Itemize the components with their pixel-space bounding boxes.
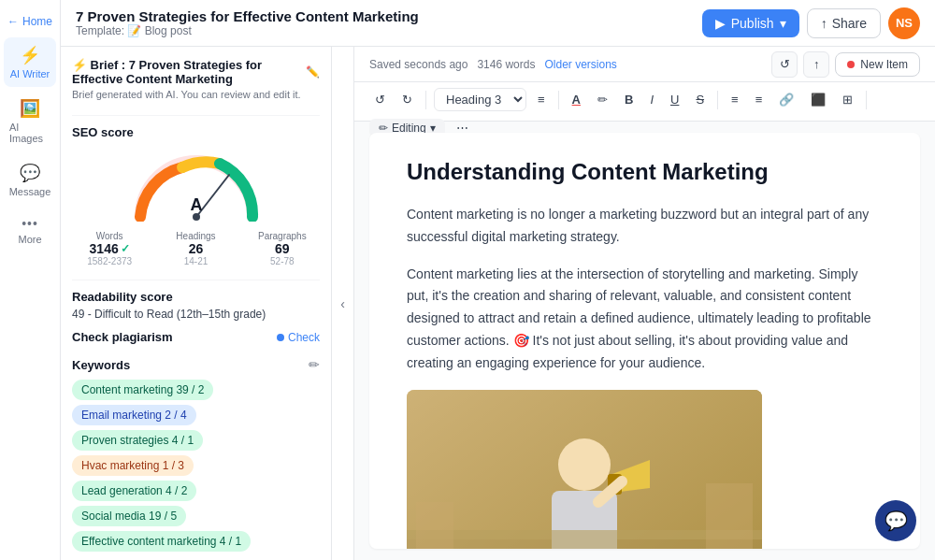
brief-section: ⚡ Brief : 7 Proven Strategies for Effect… — [72, 58, 320, 102]
keyword-tag-2[interactable]: Proven strategies 4 / 1 — [72, 430, 203, 451]
svg-text:A: A — [190, 195, 202, 214]
stat-headings-num: 26 — [189, 241, 204, 256]
brief-subtitle: Brief generated with AI. You can review … — [72, 88, 320, 102]
stat-paragraphs-value: 69 — [275, 241, 290, 256]
italic-button[interactable]: I — [644, 89, 659, 110]
divider-2 — [72, 280, 320, 280]
sidebar-item-ai-writer[interactable]: ⚡ AI Writer — [4, 37, 56, 87]
table-button[interactable]: ⊞ — [837, 89, 858, 110]
table-icon: ⊞ — [842, 93, 853, 107]
share-label: Share — [832, 16, 867, 31]
keywords-label: Keywords — [72, 358, 130, 372]
sidebar-ai-writer-label: AI Writer — [10, 68, 50, 79]
heading-select[interactable]: Heading 3 Heading 1 Heading 2 Paragraph — [434, 88, 526, 111]
top-bar: 7 Proven Strategies for Effective Conten… — [61, 0, 935, 47]
chevron-left-icon: ‹ — [340, 296, 345, 311]
redo-icon: ↻ — [402, 93, 412, 107]
chat-icon: 💬 — [885, 510, 908, 532]
share-icon-btn[interactable]: ↑ — [803, 51, 829, 78]
stat-paragraphs-num: 69 — [275, 241, 290, 256]
main-panel: 7 Proven Strategies for Effective Conten… — [61, 0, 935, 560]
refresh-icon-btn[interactable]: ↺ — [771, 51, 798, 78]
share-icon: ↑ — [821, 16, 827, 31]
editor-paragraph-1: Content marketing is no longer a marketi… — [407, 204, 883, 249]
check-dot-icon — [277, 334, 284, 341]
editor-paragraph-2: Content marketing lies at the intersecti… — [407, 264, 883, 375]
underline-icon: U — [670, 93, 679, 107]
edit-brief-icon[interactable]: ✏️ — [306, 65, 320, 79]
brief-title: ⚡ Brief : 7 Proven Strategies for Effect… — [72, 58, 320, 86]
svg-point-5 — [558, 438, 611, 491]
underline-button[interactable]: U — [665, 89, 684, 110]
keyword-tag-3[interactable]: Hvac marketing 1 / 3 — [72, 455, 194, 476]
sidebar-more-label: More — [18, 234, 41, 245]
bold-button[interactable]: B — [619, 89, 639, 110]
stat-headings-range: 14-21 — [184, 256, 209, 266]
stat-words: Words 3146 ✓ 1582-2373 — [72, 231, 147, 266]
sidebar-ai-images-label: AI Images — [9, 122, 50, 144]
stats-row: Words 3146 ✓ 1582-2373 Headings 26 14-21… — [72, 231, 320, 266]
keyword-tag-5[interactable]: Social media 19 / 5 — [72, 506, 186, 526]
sidebar-item-more[interactable]: ••• More — [4, 208, 56, 252]
readability-score: 49 - Difficult to Read (12th–15th grade) — [72, 308, 320, 321]
toolbar-divider-3 — [717, 91, 718, 109]
editor-image[interactable] — [407, 390, 762, 549]
new-item-label: New Item — [860, 58, 908, 71]
saved-label: Saved seconds ago — [369, 58, 468, 71]
strike-icon: S — [696, 93, 704, 107]
chat-bubble[interactable]: 💬 — [875, 500, 916, 541]
stat-headings: Headings 26 14-21 — [158, 231, 233, 266]
keyword-tag-1[interactable]: Email marketing 2 / 4 — [72, 405, 196, 425]
sidebar-item-home[interactable]: ← Home — [0, 9, 62, 34]
keyword-tag-0[interactable]: Content marketing 39 / 2 — [72, 380, 213, 400]
redo-button[interactable]: ↻ — [396, 89, 418, 110]
more-icon: ••• — [22, 216, 38, 231]
publish-label: Publish — [731, 16, 774, 31]
image-button[interactable]: ⬛ — [805, 89, 831, 110]
stat-words-check: ✓ — [121, 242, 130, 255]
editor-content[interactable]: Understanding Content Marketing Content … — [369, 133, 920, 549]
align-button[interactable]: ≡ — [532, 89, 551, 110]
panel-toggle[interactable]: ‹ — [332, 47, 354, 560]
keyword-tags: Content marketing 39 / 2 Email marketing… — [72, 380, 320, 552]
undo-button[interactable]: ↺ — [369, 89, 391, 110]
sidebar-item-message[interactable]: 💬 Message — [4, 155, 56, 205]
italic-icon: I — [650, 93, 654, 107]
stat-words-num: 3146 — [90, 241, 119, 256]
keyword-tag-4[interactable]: Lead generation 4 / 2 — [72, 481, 196, 501]
new-item-button[interactable]: New Item — [835, 52, 920, 77]
top-bar-right: ▶ Publish ▾ ↑ Share NS — [702, 7, 920, 39]
publish-button[interactable]: ▶ Publish ▾ — [702, 9, 799, 37]
share-button[interactable]: ↑ Share — [807, 8, 881, 38]
link-button[interactable]: 🔗 — [773, 89, 799, 110]
avatar: NS — [888, 7, 920, 39]
gauge-chart: A — [126, 147, 266, 222]
user-initials: NS — [896, 16, 913, 30]
toolbar-divider-1 — [425, 91, 426, 109]
stat-words-value: 3146 ✓ — [90, 241, 130, 256]
sidebar-message-label: Message — [9, 186, 51, 197]
keywords-header: Keywords ✏ — [72, 357, 320, 372]
article-image-svg — [407, 390, 762, 549]
stat-paragraphs-range: 52-78 — [270, 256, 295, 266]
image-icon: ⬛ — [811, 93, 826, 107]
meta-left: Saved seconds ago 3146 words Older versi… — [369, 58, 617, 71]
number-list-button[interactable]: ≡ — [750, 89, 769, 110]
sidebar-item-ai-images[interactable]: 🖼️ AI Images — [4, 91, 56, 151]
older-versions-link[interactable]: Older versions — [544, 58, 616, 71]
bullet-list-button[interactable]: ≡ — [726, 89, 744, 110]
bullet-icon: ≡ — [731, 93, 739, 107]
highlight-button[interactable]: ✏ — [592, 89, 613, 110]
link-icon: 🔗 — [779, 93, 794, 107]
ai-writer-icon: ⚡ — [20, 45, 40, 65]
seo-panel: ⚡ Brief : 7 Proven Strategies for Effect… — [61, 47, 332, 560]
ai-images-icon: 🖼️ — [20, 98, 40, 119]
keyword-tag-6[interactable]: Effective content marketing 4 / 1 — [72, 531, 251, 552]
check-plagiarism-button[interactable]: Check — [277, 331, 320, 344]
strikethrough-button[interactable]: S — [690, 89, 710, 110]
words-label: 3146 words — [477, 58, 535, 71]
keywords-edit-icon[interactable]: ✏ — [309, 357, 320, 372]
text-color-button[interactable]: A — [567, 89, 586, 110]
readability-label: Readability score — [72, 290, 320, 304]
svg-point-1 — [193, 213, 200, 221]
